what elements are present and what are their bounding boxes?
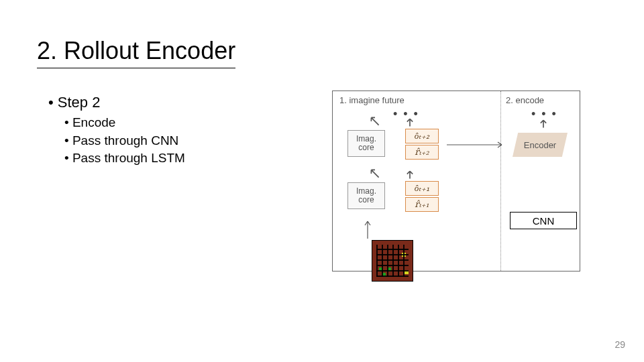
slide-content: Step 2 Encode Pass through CNN Pass thro… [48, 94, 185, 168]
bullet-step: Step 2 [48, 94, 185, 111]
bullet-sub-1: Encode [64, 114, 185, 132]
imag-core-box-bottom: Imag. core [347, 182, 385, 209]
o-t1-box: ôₜ₊₁ [405, 181, 439, 196]
diagram-figure: 1. imagine future 2. encode • • • • • • … [332, 90, 580, 272]
arrow-icon [364, 219, 372, 239]
slide-title: 2. Rollout Encoder [37, 37, 235, 68]
arrow-icon [405, 118, 415, 127]
bullet-sub-3: Pass through LSTM [64, 149, 185, 168]
encoder-box: Encoder [513, 133, 568, 157]
r-t1-box: r̂ₜ₊₁ [405, 197, 439, 212]
bullet-sub-2: Pass through CNN [64, 132, 185, 150]
cnn-label-box: CNN [510, 212, 577, 229]
r-t2-box: r̂ₜ₊₂ [405, 145, 439, 160]
page-number: 29 [614, 339, 625, 350]
o-t2-box: ôₜ₊₂ [405, 129, 439, 143]
fig-label-1: 1. imagine future [339, 95, 405, 105]
arrow-icon [447, 139, 507, 147]
game-state-icon [372, 240, 413, 282]
diagram-divider [500, 91, 501, 271]
imag-core-box-top: Imag. core [347, 130, 385, 157]
fig-label-2: 2. encode [506, 95, 544, 105]
arrow-icon [539, 119, 548, 129]
arrow-icon [370, 169, 380, 178]
arrow-icon [370, 117, 380, 126]
arrow-icon [405, 170, 415, 180]
